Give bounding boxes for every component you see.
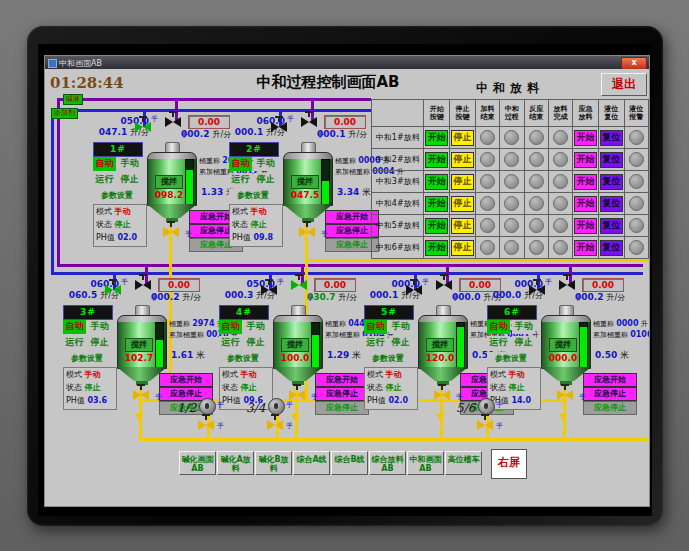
emergency-start-button[interactable]: 应急开始 [159,373,213,387]
params-button[interactable]: 参数设置 [63,352,111,366]
stop-button[interactable]: 停止 [254,173,277,187]
run-button[interactable]: 运行 [63,336,86,350]
agitator-button[interactable]: 搅拌 [281,338,309,352]
discharge-valve[interactable] [289,390,305,400]
run-button[interactable]: 运行 [229,173,252,187]
manual-button[interactable]: 手动 [389,320,412,334]
stop-button[interactable]: 停止 [451,240,474,256]
pump-icon[interactable] [199,398,216,415]
stop-button[interactable]: 停止 [88,336,111,350]
feed-valve-right[interactable] [165,117,181,127]
manual-button[interactable]: 手动 [512,320,535,334]
start-button[interactable]: 开始 [425,218,448,234]
manual-button[interactable]: 手动 [118,157,141,171]
feed-valve-left[interactable] [261,285,277,295]
feed-valve-left[interactable] [406,285,422,295]
stop-button[interactable]: 停止 [451,174,474,190]
feed-valve-left[interactable] [271,122,287,132]
stop-button[interactable]: 停止 [451,218,474,234]
params-button[interactable]: 参数设置 [229,189,277,203]
nav-button-2[interactable]: 碱化A放料 [217,451,254,475]
start-button[interactable]: 开始 [425,240,448,256]
stop-button[interactable]: 停止 [451,130,474,146]
emergency-stop-button[interactable]: 应急停止 [315,387,369,401]
emergency-discharge-button[interactable]: 开始 [574,174,597,190]
auto-button[interactable]: 自动 [364,320,387,334]
emergency-start-button[interactable]: 应急开始 [583,373,637,387]
pump-discharge-valve[interactable] [198,420,214,430]
level-reset-button[interactable]: 复位 [600,174,623,190]
auto-button[interactable]: 自动 [487,320,510,334]
nav-button-5[interactable]: 综合B线 [331,451,368,475]
run-button[interactable]: 运行 [364,336,387,350]
stop-button[interactable]: 停止 [389,336,412,350]
discharge-valve[interactable] [163,227,179,237]
start-button[interactable]: 开始 [425,152,448,168]
emergency-discharge-button[interactable]: 开始 [574,240,597,256]
nav-button-1[interactable]: 碱化画面AB [179,451,216,475]
run-button[interactable]: 运行 [487,336,510,350]
nav-button-7[interactable]: 中和画面AB [407,451,444,475]
emergency-stop-indicator[interactable]: 应急停止 [583,401,637,415]
emergency-start-button[interactable]: 应急开始 [315,373,369,387]
feed-valve-right[interactable] [436,280,452,290]
run-button[interactable]: 运行 [93,173,116,187]
feed-valve-right[interactable] [135,280,151,290]
discharge-valve[interactable] [557,390,573,400]
agitator-button[interactable]: 搅拌 [549,338,577,352]
emergency-discharge-button[interactable]: 开始 [574,196,597,212]
stop-button[interactable]: 停止 [451,152,474,168]
right-screen-button[interactable]: 右屏 [491,449,527,479]
agitator-button[interactable]: 搅拌 [291,175,319,189]
level-reset-button[interactable]: 复位 [600,152,623,168]
manual-button[interactable]: 手动 [254,157,277,171]
pump-icon[interactable] [268,398,285,415]
emergency-stop-button[interactable]: 应急停止 [583,387,637,401]
level-reset-button[interactable]: 复位 [600,240,623,256]
discharge-valve[interactable] [133,390,149,400]
agitator-button[interactable]: 搅拌 [426,338,454,352]
nav-button-8[interactable]: 高位槽车 [445,451,482,475]
manual-button[interactable]: 手动 [244,320,267,334]
start-button[interactable]: 开始 [425,130,448,146]
emergency-discharge-button[interactable]: 开始 [574,218,597,234]
discharge-valve[interactable] [434,390,450,400]
exit-button[interactable]: 退出 [601,73,647,96]
emergency-stop-indicator[interactable]: 应急停止 [315,401,369,415]
feed-valve-right[interactable] [301,117,317,127]
auto-button[interactable]: 自动 [93,157,116,171]
agitator-button[interactable]: 搅拌 [125,338,153,352]
emergency-discharge-button[interactable]: 开始 [574,130,597,146]
stop-button[interactable]: 停止 [118,173,141,187]
start-button[interactable]: 开始 [425,174,448,190]
level-reset-button[interactable]: 复位 [600,218,623,234]
start-button[interactable]: 开始 [425,196,448,212]
params-button[interactable]: 参数设置 [487,352,535,366]
stop-button[interactable]: 停止 [451,196,474,212]
run-button[interactable]: 运行 [219,336,242,350]
stop-button[interactable]: 停止 [512,336,535,350]
feed-valve-left[interactable] [105,285,121,295]
nav-button-3[interactable]: 碱化B放料 [255,451,292,475]
nav-button-6[interactable]: 综合放料AB [369,451,406,475]
level-reset-button[interactable]: 复位 [600,196,623,212]
feed-valve-left[interactable] [529,285,545,295]
params-button[interactable]: 参数设置 [364,352,412,366]
pump-icon[interactable] [478,398,495,415]
pump-discharge-valve[interactable] [267,420,283,430]
auto-button[interactable]: 自动 [229,157,252,171]
feed-valve-right[interactable] [291,280,307,290]
params-button[interactable]: 参数设置 [93,189,141,203]
manual-button[interactable]: 手动 [88,320,111,334]
emergency-discharge-button[interactable]: 开始 [574,152,597,168]
nav-button-4[interactable]: 综合A线 [293,451,330,475]
feed-valve-right[interactable] [559,280,575,290]
agitator-button[interactable]: 搅拌 [155,175,183,189]
pump-discharge-valve[interactable] [477,420,493,430]
feed-valve-left[interactable] [135,122,151,132]
auto-button[interactable]: 自动 [219,320,242,334]
stop-button[interactable]: 停止 [244,336,267,350]
params-button[interactable]: 参数设置 [219,352,267,366]
auto-button[interactable]: 自动 [63,320,86,334]
level-reset-button[interactable]: 复位 [600,130,623,146]
